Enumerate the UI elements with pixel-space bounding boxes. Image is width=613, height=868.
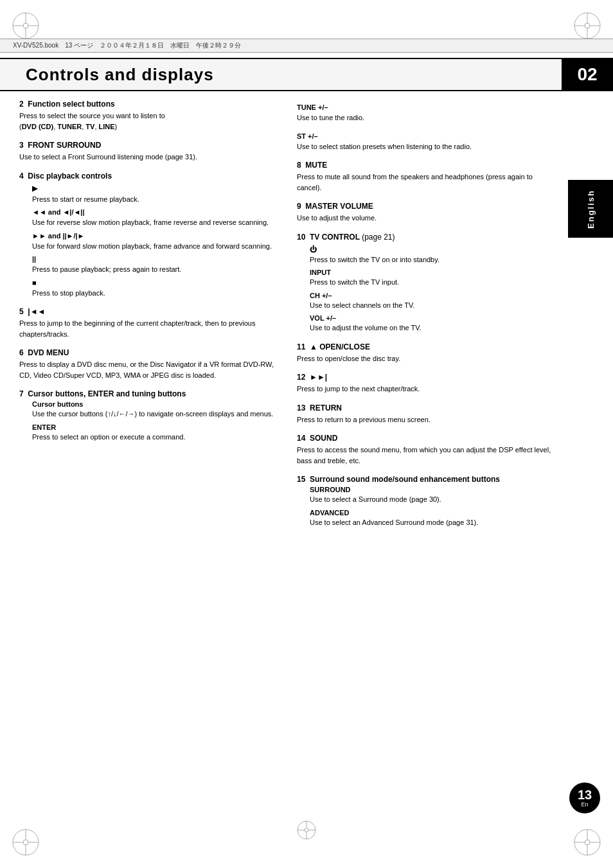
surround-body: Use to select a Surround mode (page 30).: [310, 494, 555, 505]
section-14-num: 14: [297, 434, 305, 443]
section-3-title: 3 FRONT SURROUND: [19, 141, 278, 150]
ff-body: Use for forward slow motion playback, fr…: [32, 241, 278, 252]
tv-vol: VOL +/– Use to adjust the volume on the …: [310, 314, 555, 333]
tv-vol-title: VOL +/–: [310, 314, 555, 322]
cursor-title: Cursor buttons: [32, 400, 278, 408]
tv-power-body: Press to switch the TV on or into standb…: [310, 254, 555, 265]
section-6-num: 6: [19, 348, 24, 357]
tv-power: ⏻ Press to switch the TV on or into stan…: [310, 245, 555, 265]
playback-item-stop: ■ Press to stop playback.: [32, 279, 278, 299]
tv-input-body: Press to switch the TV input.: [310, 277, 555, 288]
section-13-title: 13 RETURN: [297, 403, 555, 412]
section-2: 2 Function select buttons Press to selec…: [19, 100, 278, 132]
content-area: 2 Function select buttons Press to selec…: [19, 100, 555, 817]
section-15-title: 15 Surround sound mode/sound enhancement…: [297, 475, 555, 484]
section-2-body: Press to select the source you want to l…: [19, 111, 278, 132]
surround-title: SURROUND: [310, 486, 555, 493]
section-5: 5 |◄◄ Press to jump to the beginning of …: [19, 307, 278, 339]
section-6-body: Press to display a DVD disc menu, or the…: [19, 359, 278, 380]
section-8-title: 8 MUTE: [297, 161, 555, 170]
svg-point-1: [23, 23, 28, 28]
tv-ch-body: Use to select channels on the TV.: [310, 300, 555, 311]
section-11-body: Press to open/close the disc tray.: [297, 353, 555, 364]
playback-item-rew: ◄◄ and ◄|/◄|| Use for reverse slow motio…: [32, 208, 278, 228]
section-7-num: 7: [19, 389, 24, 398]
tv-ch-title: CH +/–: [310, 292, 555, 299]
section-8-num: 8: [297, 161, 301, 170]
section-14-title: 14 SOUND: [297, 434, 555, 443]
enter-body: Press to select an option or execute a c…: [32, 432, 278, 443]
section-5-title: 5 |◄◄: [19, 307, 278, 316]
section-11-num: 11: [297, 342, 305, 351]
advanced-subsection: ADVANCED Use to select an Advanced Surro…: [310, 509, 555, 528]
section-15: 15 Surround sound mode/sound enhancement…: [297, 475, 555, 527]
surround-subsection: SURROUND Use to select a Surround mode (…: [310, 486, 555, 505]
tv-power-symbol: ⏻: [310, 245, 555, 253]
section-12-body: Press to jump to the next chapter/track.: [297, 384, 555, 394]
playback-item-play: ▶ Press to start or resume playback.: [32, 184, 278, 205]
section-15-num: 15: [297, 475, 305, 484]
advanced-title: ADVANCED: [310, 509, 555, 517]
section-10-ref: (page 21): [362, 233, 395, 242]
section-10: 10 TV CONTROL (page 21) ⏻ Press to switc…: [297, 233, 555, 333]
section-7: 7 Cursor buttons, ENTER and tuning butto…: [19, 389, 278, 442]
right-column: TUNE +/– Use to tune the radio. ST +/– U…: [297, 100, 555, 817]
corner-decoration-bl: [6, 823, 45, 862]
section-11-title: 11 ▲ OPEN/CLOSE: [297, 342, 555, 351]
section-3: 3 FRONT SURROUND Use to select a Front S…: [19, 141, 278, 163]
section-13-num: 13: [297, 403, 305, 412]
section-tune: TUNE +/– Use to tune the radio.: [297, 103, 555, 123]
section-4: 4 Disc playback controls ▶ Press to star…: [19, 172, 278, 299]
svg-point-13: [23, 840, 28, 845]
tv-ch: CH +/– Use to select channels on the TV.: [310, 292, 555, 311]
chapter-number: 02: [577, 66, 597, 84]
section-4-title: 4 Disc playback controls: [19, 172, 278, 181]
section-8: 8 MUTE Press to mute all sound from the …: [297, 161, 555, 193]
enter-subsection: ENTER Press to select an option or execu…: [32, 423, 278, 443]
tv-input-title: INPUT: [310, 269, 555, 276]
play-symbol: ▶: [32, 184, 278, 193]
section-9: 9 MASTER VOLUME Use to adjust the volume…: [297, 202, 555, 224]
page-number: 13: [578, 788, 592, 801]
advanced-body: Use to select an Advanced Surround mode …: [310, 517, 555, 528]
center-bottom-decoration: [295, 819, 318, 844]
play-body: Press to start or resume playback.: [32, 194, 278, 205]
tune-body: Use to tune the radio.: [297, 112, 555, 123]
page-number-badge: 13 En: [569, 783, 600, 813]
header-text: XV-DV525.book 13 ページ ２００４年２月１８日 水曜日 午後２時…: [13, 41, 241, 50]
chapter-badge: 02: [562, 59, 613, 90]
pause-symbol: ||: [32, 255, 278, 263]
cursor-body: Use the cursor buttons (↑/↓/←/→) to navi…: [32, 409, 278, 420]
left-column: 2 Function select buttons Press to selec…: [19, 100, 278, 817]
section-6-title: 6 DVD MENU: [19, 348, 278, 357]
english-tab: English: [568, 180, 613, 238]
section-8-body: Press to mute all sound from the speaker…: [297, 172, 555, 193]
rew-symbol: ◄◄ and ◄|/◄||: [32, 208, 278, 216]
playback-item-ff: ►► and ||►/|► Use for forward slow motio…: [32, 232, 278, 252]
language-label: English: [586, 190, 596, 229]
stop-symbol: ■: [32, 279, 278, 287]
section-11: 11 ▲ OPEN/CLOSE Press to open/close the …: [297, 342, 555, 364]
page-language: En: [581, 801, 588, 808]
tv-vol-body: Use to adjust the volume on the TV.: [310, 323, 555, 333]
section-9-body: Use to adjust the volume.: [297, 213, 555, 224]
section-12-num: 12: [297, 373, 305, 382]
section-3-num: 3: [19, 141, 24, 150]
enter-title: ENTER: [32, 423, 278, 431]
section-13: 13 RETURN Press to return to a previous …: [297, 403, 555, 425]
ff-symbol: ►► and ||►/|►: [32, 232, 278, 240]
section-4-num: 4: [19, 172, 24, 181]
playback-item-pause: || Press to pause playback; press again …: [32, 255, 278, 275]
section-12: 12 ►►| Press to jump to the next chapter…: [297, 373, 555, 394]
section-14: 14 SOUND Press to access the sound menu,…: [297, 434, 555, 466]
cursor-subsection: Cursor buttons Use the cursor buttons (↑…: [32, 400, 278, 420]
st-body: Use to select station presets when liste…: [297, 141, 555, 152]
stop-body: Press to stop playback.: [32, 288, 278, 299]
tv-input: INPUT Press to switch the TV input.: [310, 269, 555, 288]
corner-decoration-br: [568, 823, 607, 862]
section-2-num: 2: [19, 100, 24, 109]
st-title: ST +/–: [297, 132, 555, 140]
page-title: Controls and displays: [0, 65, 214, 85]
section-6: 6 DVD MENU Press to display a DVD disc m…: [19, 348, 278, 380]
section-9-title: 9 MASTER VOLUME: [297, 202, 555, 211]
